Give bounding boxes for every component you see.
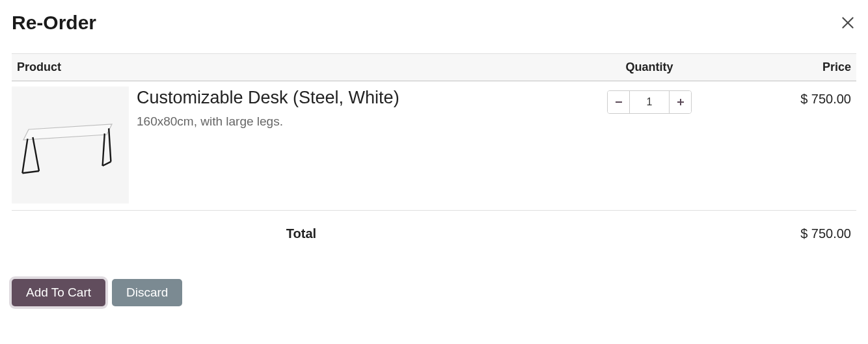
svg-rect-11	[680, 99, 681, 105]
total-label: Total	[12, 226, 721, 241]
column-quantity: Quantity	[578, 60, 721, 74]
product-name: Customizable Desk (Steel, White)	[137, 88, 400, 108]
discard-button[interactable]: Discard	[112, 279, 182, 306]
column-price: Price	[721, 60, 851, 74]
svg-line-7	[103, 133, 105, 166]
quantity-stepper	[607, 90, 692, 114]
dialog-title: Re-Order	[12, 12, 96, 34]
product-description: 160x80cm, with large legs.	[137, 114, 400, 129]
svg-rect-9	[616, 101, 622, 103]
svg-line-6	[109, 128, 111, 161]
table-row: Customizable Desk (Steel, White) 160x80c…	[12, 81, 856, 211]
product-image	[12, 86, 129, 204]
svg-marker-2	[23, 124, 112, 140]
column-product: Product	[17, 60, 578, 74]
quantity-input[interactable]	[630, 91, 669, 113]
quantity-increase-button[interactable]	[669, 91, 691, 113]
svg-line-8	[103, 162, 111, 166]
add-to-cart-button[interactable]: Add To Cart	[12, 279, 105, 306]
quantity-decrease-button[interactable]	[608, 91, 630, 113]
product-price: $ 750.00	[721, 86, 851, 204]
svg-line-5	[22, 171, 39, 173]
svg-line-4	[22, 139, 27, 173]
table-header: Product Quantity Price	[12, 53, 856, 81]
svg-line-3	[33, 137, 39, 171]
close-icon[interactable]	[839, 14, 856, 31]
total-value: $ 750.00	[721, 226, 851, 241]
